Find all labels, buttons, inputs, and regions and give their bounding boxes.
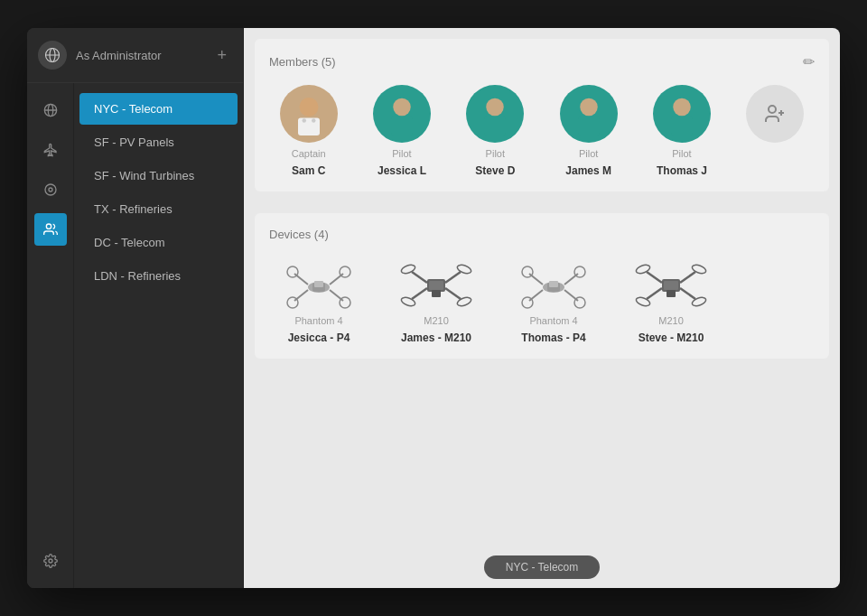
svg-rect-19 — [578, 117, 600, 135]
bottom-label: NYC - Telecom — [484, 555, 600, 579]
add-member-card — [736, 85, 815, 143]
device-card-1: M210 James - M210 — [387, 256, 486, 344]
bottom-bar: NYC - Telecom — [244, 546, 840, 588]
svg-line-40 — [445, 272, 461, 283]
member-card-jessica: Pilot Jessica L — [362, 85, 441, 177]
globe-icon — [38, 41, 67, 70]
nav-item-nyc-telecom[interactable]: NYC - Telecom — [79, 93, 238, 125]
svg-rect-59 — [664, 281, 678, 290]
drone-image-1 — [396, 256, 477, 310]
device-type-1: M210 — [424, 315, 449, 326]
nav-item-ldn-refineries[interactable]: LDN - Refineries — [79, 260, 238, 292]
svg-point-6 — [45, 184, 56, 195]
member-name-james: James M — [565, 164, 611, 177]
svg-line-38 — [412, 272, 427, 283]
plane-nav-icon[interactable] — [34, 134, 67, 166]
member-role-thomas: Pilot — [672, 148, 691, 159]
svg-rect-37 — [429, 281, 443, 290]
device-name-0: Jesicca - P4 — [288, 331, 350, 344]
svg-point-14 — [393, 98, 411, 117]
svg-rect-15 — [391, 117, 413, 135]
svg-point-9 — [49, 559, 52, 563]
devices-row: Phantom 4 Jesicca - P4 — [269, 256, 815, 344]
avatar-james — [560, 85, 618, 143]
member-role-steve: Pilot — [486, 148, 505, 159]
svg-point-30 — [340, 266, 350, 277]
device-type-3: M210 — [658, 315, 684, 326]
svg-rect-68 — [667, 290, 676, 297]
svg-point-12 — [302, 118, 306, 123]
svg-point-34 — [340, 297, 350, 308]
add-member-button[interactable] — [746, 85, 804, 143]
svg-point-50 — [522, 266, 533, 277]
add-button[interactable]: + — [211, 44, 232, 67]
sidebar-layout: NYC - Telecom SF - PV Panels SF - Wind T… — [27, 83, 243, 588]
drone-image-0 — [278, 256, 359, 310]
member-card-thomas: Pilot Thomas J — [642, 85, 721, 177]
svg-line-60 — [647, 272, 662, 283]
svg-rect-46 — [432, 290, 441, 297]
svg-point-8 — [46, 224, 51, 229]
admin-label: As Administrator — [76, 49, 202, 62]
device-type-0: Phantom 4 — [294, 315, 342, 326]
svg-line-42 — [412, 288, 427, 299]
svg-rect-21 — [671, 117, 693, 135]
avatar-steve — [466, 85, 524, 143]
svg-rect-57 — [549, 281, 558, 287]
svg-point-7 — [49, 188, 52, 191]
svg-line-62 — [680, 272, 695, 283]
nav-item-dc-telecom[interactable]: DC - Telecom — [79, 227, 238, 258]
svg-rect-17 — [484, 117, 506, 135]
avatar-jessica — [373, 85, 431, 143]
settings-nav-icon[interactable] — [34, 545, 67, 577]
member-card-james: Pilot James M — [549, 85, 628, 177]
device-card-3: M210 Steve - M210 — [621, 256, 721, 344]
nav-item-tx-refineries[interactable]: TX - Refineries — [79, 193, 238, 225]
device-card-2: Phantom 4 Thomas - P4 — [504, 256, 603, 344]
device-type-2: Phantom 4 — [529, 315, 577, 326]
device-name-2: Thomas - P4 — [521, 331, 585, 344]
chart-nav-icon[interactable] — [34, 173, 67, 206]
svg-line-44 — [445, 288, 461, 299]
devices-panel: Devices (4) — [255, 213, 829, 359]
member-role-jessica: Pilot — [392, 148, 411, 159]
devices-title: Devices (4) — [269, 228, 329, 241]
team-nav-icon[interactable] — [34, 213, 67, 246]
device-name-3: Steve - M210 — [639, 331, 704, 344]
devices-header: Devices (4) — [269, 228, 815, 241]
nav-list: NYC - Telecom SF - PV Panels SF - Wind T… — [74, 83, 243, 588]
avatar-thomas — [653, 85, 711, 143]
svg-point-10 — [299, 98, 318, 117]
svg-rect-35 — [314, 281, 323, 287]
svg-point-13 — [312, 118, 316, 123]
member-name-sam: Sam C — [292, 164, 325, 177]
avatar-sam — [280, 85, 338, 143]
member-card-sam: Captain Sam C — [269, 85, 348, 177]
app-window: As Administrator + — [27, 28, 840, 588]
icon-rail — [27, 83, 74, 588]
member-role-james: Pilot — [579, 148, 598, 159]
member-role-sam: Captain — [292, 148, 326, 159]
sidebar: As Administrator + — [27, 28, 244, 588]
members-header: Members (5) ✏ — [269, 53, 815, 70]
member-name-steve: Steve D — [475, 164, 515, 177]
member-card-steve: Pilot Steve D — [456, 85, 535, 177]
nav-item-sf-pv-panels[interactable]: SF - PV Panels — [79, 126, 238, 158]
globe-nav-icon[interactable] — [34, 94, 67, 126]
edit-members-icon[interactable]: ✏ — [803, 53, 815, 70]
member-name-jessica: Jessica L — [378, 164, 426, 177]
main-content: Members (5) ✏ Captain Sam C — [244, 28, 840, 588]
svg-point-32 — [287, 297, 298, 308]
drone-image-2 — [513, 256, 594, 310]
svg-point-22 — [769, 106, 776, 113]
device-card-0: Phantom 4 Jesicca - P4 — [269, 256, 368, 344]
members-row: Captain Sam C Pilot Jessica L — [269, 85, 815, 177]
nav-item-sf-wind-turbines[interactable]: SF - Wind Turbines — [79, 160, 238, 191]
svg-point-56 — [574, 297, 585, 308]
svg-point-20 — [673, 98, 691, 117]
svg-rect-11 — [298, 118, 320, 136]
svg-point-54 — [522, 297, 533, 308]
svg-line-64 — [647, 288, 662, 299]
member-name-thomas: Thomas J — [657, 164, 707, 177]
device-name-1: James - M210 — [401, 331, 471, 344]
